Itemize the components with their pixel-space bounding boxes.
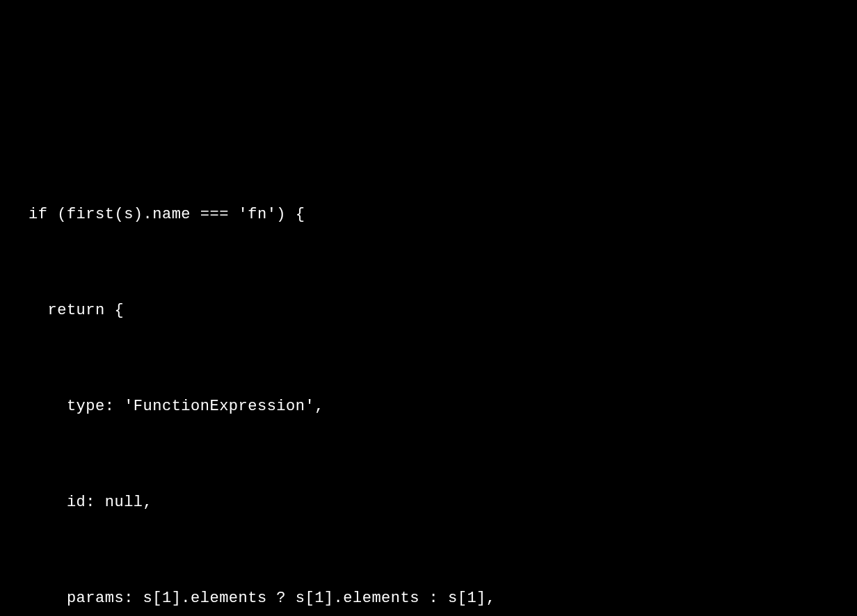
code-line: return { — [0, 295, 857, 327]
code-line: params: s[1].elements ? s[1].elements : … — [0, 583, 857, 615]
code-block: if (first(s).name === 'fn') { return { t… — [0, 128, 857, 616]
code-line: id: null, — [0, 487, 857, 519]
code-line: if (first(s).name === 'fn') { — [0, 199, 857, 231]
code-line: type: 'FunctionExpression', — [0, 391, 857, 423]
